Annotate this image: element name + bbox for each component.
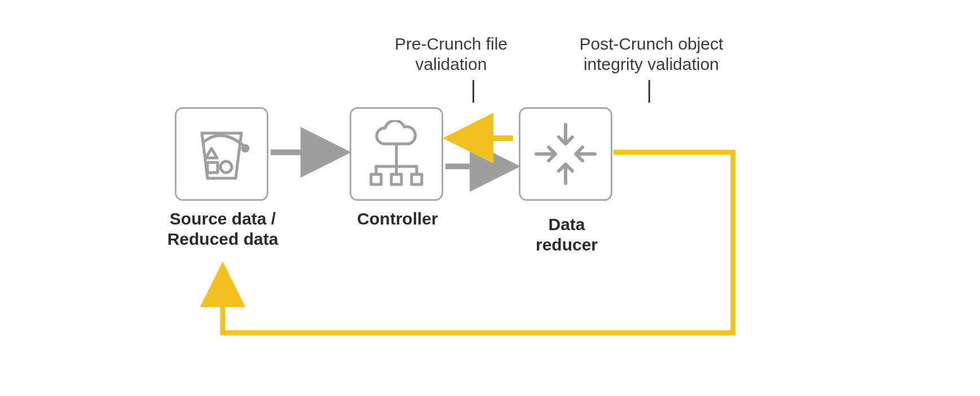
label-text: reducer bbox=[536, 235, 598, 254]
svg-rect-11 bbox=[391, 174, 401, 184]
callout-text: Post-Crunch object bbox=[579, 34, 723, 53]
label-text: Controller bbox=[357, 209, 438, 228]
arrow-reducer-to-source bbox=[223, 152, 733, 333]
callout-text: integrity validation bbox=[584, 55, 719, 73]
callout-pre-crunch: Pre-Crunch file validation bbox=[367, 34, 536, 74]
node-controller bbox=[350, 107, 443, 201]
cloud-tree-icon bbox=[363, 120, 430, 188]
callout-tick bbox=[473, 80, 474, 103]
node-reducer bbox=[519, 107, 612, 201]
label-text: Data bbox=[548, 215, 585, 234]
compress-icon bbox=[532, 120, 599, 188]
label-text: Reduced data bbox=[167, 230, 279, 248]
label-controller: Controller bbox=[350, 209, 445, 229]
label-text: Source data / bbox=[170, 209, 276, 228]
node-source bbox=[175, 107, 268, 201]
callout-text: Pre-Crunch file bbox=[395, 34, 507, 53]
svg-rect-2 bbox=[208, 162, 218, 173]
svg-rect-12 bbox=[412, 174, 422, 184]
bucket-icon bbox=[191, 123, 253, 185]
label-reducer: Data reducer bbox=[519, 214, 615, 255]
callout-text: validation bbox=[416, 55, 487, 73]
callout-post-crunch: Post-Crunch object integrity validation bbox=[553, 34, 750, 74]
svg-point-3 bbox=[220, 161, 232, 173]
svg-rect-10 bbox=[371, 174, 381, 184]
svg-point-0 bbox=[242, 146, 248, 151]
callout-tick bbox=[648, 80, 650, 103]
label-source: Source data / Reduced data bbox=[152, 209, 293, 249]
svg-marker-1 bbox=[206, 148, 217, 158]
